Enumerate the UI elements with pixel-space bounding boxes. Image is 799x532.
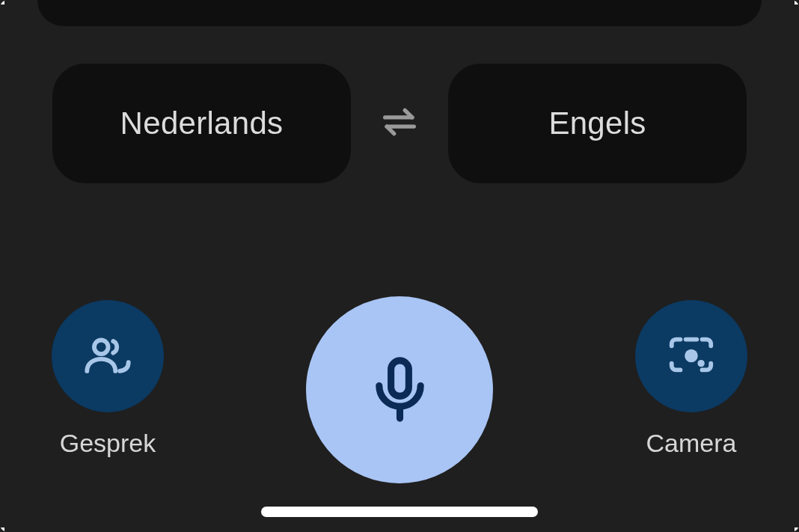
source-language-label: Nederlands [120,106,284,141]
corner-decoration [0,0,4,4]
microphone-button[interactable] [306,296,493,483]
source-language-button[interactable]: Nederlands [52,64,351,183]
conversation-label: Gesprek [60,429,156,458]
camera-lens-icon [665,328,717,384]
svg-point-4 [697,360,704,367]
language-selector-row: Nederlands Engels [52,64,747,183]
corner-decoration [795,0,799,4]
svg-point-0 [94,340,108,354]
camera-label: Camera [646,429,737,458]
camera-button[interactable]: Camera [635,300,747,458]
corner-decoration [0,528,4,532]
target-language-label: Engels [548,106,646,141]
svg-point-3 [685,349,698,362]
swap-horizontal-icon [378,100,421,147]
svg-rect-1 [391,360,408,395]
swap-languages-button[interactable] [373,97,426,150]
action-row: Gesprek Came [0,296,799,461]
people-icon [82,328,134,384]
target-language-button[interactable]: Engels [448,64,747,183]
navigation-bar-handle[interactable] [261,507,538,517]
corner-decoration [795,528,799,532]
microphone-icon [364,353,435,427]
text-input-card[interactable] [37,0,762,26]
conversation-circle [52,300,164,412]
conversation-button[interactable]: Gesprek [52,300,164,458]
camera-circle [635,300,747,412]
